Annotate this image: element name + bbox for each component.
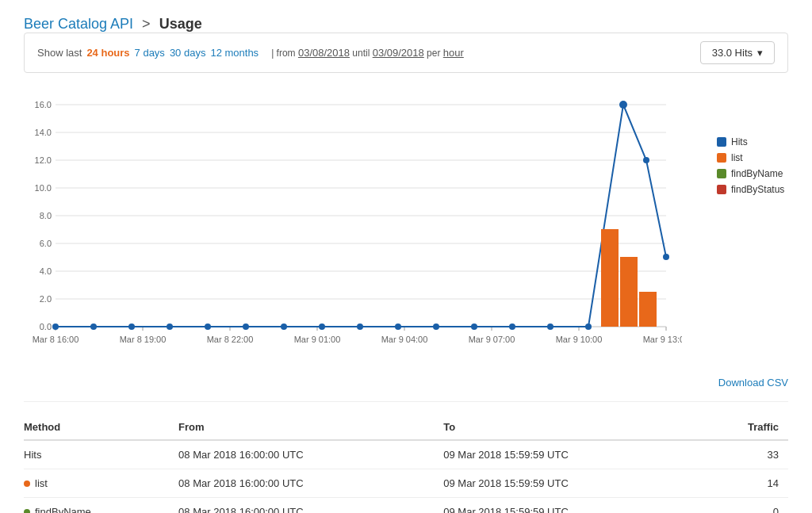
show-last-label: Show last — [37, 47, 82, 59]
svg-text:Mar 9 13:00: Mar 9 13:00 — [643, 335, 682, 344]
cell-method: list — [24, 469, 178, 498]
svg-text:6.0: 6.0 — [40, 239, 52, 248]
controls-bar: Show last 24 hours 7 days 30 days 12 mon… — [24, 33, 788, 73]
table-row: Hits08 Mar 2018 16:00:00 UTC09 Mar 2018 … — [24, 440, 788, 469]
time-filter: Show last 24 hours 7 days 30 days 12 mon… — [37, 47, 464, 59]
date-until[interactable]: 03/09/2018 — [373, 47, 424, 59]
svg-text:Mar 9 07:00: Mar 9 07:00 — [469, 335, 515, 344]
svg-text:10.0: 10.0 — [35, 183, 52, 193]
col-method: Method — [24, 415, 178, 440]
chevron-down-icon: ▾ — [757, 47, 763, 59]
chart-svg: 16.0 14.0 12.0 10.0 8.0 6.0 4.0 2.0 0.0 … — [24, 89, 682, 358]
cell-from: 08 Mar 2018 16:00:00 UTC — [178, 440, 443, 469]
method-dot — [24, 509, 30, 513]
traffic-table: Method From To Traffic Hits08 Mar 2018 1… — [24, 415, 788, 513]
cell-method: findByName — [24, 498, 178, 514]
cell-from: 08 Mar 2018 16:00:00 UTC — [178, 469, 443, 498]
legend-label-list: list — [731, 152, 743, 163]
svg-text:Mar 9 01:00: Mar 9 01:00 — [294, 335, 341, 344]
date-from[interactable]: 03/08/2018 — [298, 47, 350, 59]
breadcrumb-separator: > — [142, 16, 151, 32]
svg-text:Mar 8 16:00: Mar 8 16:00 — [33, 335, 79, 344]
legend-dot-findbystatus — [717, 185, 726, 194]
chart-main: 16.0 14.0 12.0 10.0 8.0 6.0 4.0 2.0 0.0 … — [24, 89, 701, 361]
legend-dot-list — [717, 153, 726, 163]
legend-hits: Hits — [717, 136, 788, 147]
legend-list: list — [717, 152, 788, 163]
cell-to: 09 Mar 2018 15:59:59 UTC — [443, 498, 708, 514]
legend-label-findbystatus: findByStatus — [731, 184, 784, 195]
chart-legend: Hits list findByName findByStatus — [701, 89, 788, 361]
col-traffic: Traffic — [708, 415, 788, 440]
filter-12m[interactable]: 12 months — [210, 47, 259, 59]
table-row: list08 Mar 2018 16:00:00 UTC09 Mar 2018 … — [24, 469, 788, 498]
cell-to: 09 Mar 2018 15:59:59 UTC — [443, 469, 708, 498]
cell-method: Hits — [24, 440, 178, 469]
cell-traffic: 14 — [708, 469, 788, 498]
table-separator — [24, 401, 788, 402]
hits-dropdown-button[interactable]: 33.0 Hits ▾ — [700, 41, 775, 64]
svg-text:Mar 9 10:00: Mar 9 10:00 — [556, 335, 603, 344]
cell-from: 08 Mar 2018 16:00:00 UTC — [178, 498, 443, 514]
cell-traffic: 33 — [708, 440, 788, 469]
table-header-row: Method From To Traffic — [24, 415, 788, 440]
filter-30d[interactable]: 30 days — [170, 47, 206, 59]
chart-container: 16.0 14.0 12.0 10.0 8.0 6.0 4.0 2.0 0.0 … — [24, 89, 788, 361]
extra-bar — [639, 292, 657, 327]
cell-traffic: 0 — [708, 498, 788, 514]
legend-dot-findbyname — [717, 169, 726, 178]
breadcrumb: Beer Catalog API > Usage — [24, 16, 788, 33]
svg-text:14.0: 14.0 — [35, 128, 52, 137]
filter-7d[interactable]: 7 days — [135, 47, 165, 59]
download-csv-link[interactable]: Download CSV — [718, 377, 788, 389]
svg-text:4.0: 4.0 — [40, 266, 52, 276]
date-range: | from 03/08/2018 until 03/09/2018 per h… — [271, 47, 464, 59]
svg-text:8.0: 8.0 — [40, 211, 52, 220]
findByStatus-bar — [620, 257, 638, 327]
svg-text:Mar 9 04:00: Mar 9 04:00 — [381, 335, 428, 344]
svg-text:16.0: 16.0 — [35, 100, 52, 109]
svg-text:Mar 8 22:00: Mar 8 22:00 — [207, 335, 254, 344]
cell-to: 09 Mar 2018 15:59:59 UTC — [443, 440, 708, 469]
per-unit[interactable]: hour — [443, 47, 464, 59]
hits-button-label: 33.0 Hits — [712, 47, 753, 59]
filter-24h[interactable]: 24 hours — [86, 47, 129, 59]
legend-label-hits: Hits — [731, 136, 748, 147]
legend-dot-hits — [717, 137, 726, 147]
api-link[interactable]: Beer Catalog API — [24, 16, 133, 32]
col-to: To — [443, 415, 708, 440]
legend-findbstatus: findByStatus — [717, 184, 788, 195]
current-page: Usage — [159, 16, 202, 32]
svg-text:12.0: 12.0 — [35, 155, 52, 165]
svg-text:2.0: 2.0 — [40, 294, 52, 304]
legend-label-findbyname: findByName — [731, 168, 783, 179]
method-dot — [24, 480, 30, 487]
legend-findbname: findByName — [717, 168, 788, 179]
col-from: From — [178, 415, 443, 440]
list-bar — [601, 229, 619, 327]
svg-text:0.0: 0.0 — [40, 322, 52, 331]
table-row: findByName08 Mar 2018 16:00:00 UTC09 Mar… — [24, 498, 788, 514]
svg-text:Mar 8 19:00: Mar 8 19:00 — [120, 335, 167, 344]
download-csv-section: Download CSV — [24, 377, 788, 389]
